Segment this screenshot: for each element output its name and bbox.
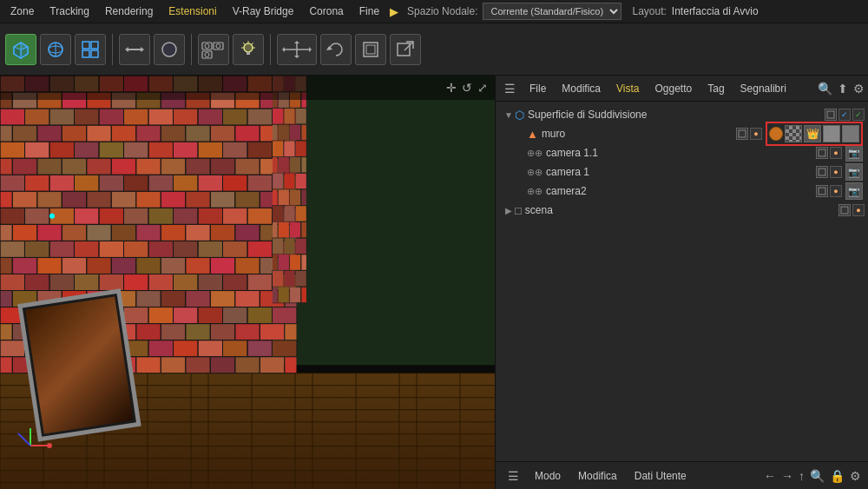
viewport-toolbar: ✛ ↺ ⤢ [0,76,495,100]
menu-tracking[interactable]: Tracking [43,3,96,20]
toolbar-lamp-btn[interactable] [233,34,264,65]
nav-forward-icon[interactable]: → [781,469,793,483]
svg-line-27 [252,43,253,44]
bottom-panel: ☰ Modo Modifica Dati Utente ← → ↑ 🔍 🔒 ⚙ [496,461,868,489]
toolbar-move-btn[interactable] [277,34,317,65]
svg-marker-3 [14,47,21,58]
menu-vray-bridge[interactable]: V-Ray Bridge [226,3,301,20]
maximize-icon [361,40,380,59]
muro-thumb-crown[interactable]: 👑 [804,125,821,142]
svg-rect-8 [91,42,98,49]
camera2-thumb[interactable]: 📷 [845,182,863,200]
filter-icon[interactable]: ⬆ [838,82,848,96]
toolbar [0,23,868,76]
maximize2-icon[interactable]: ⤢ [477,81,488,95]
muro-thumb-orange[interactable] [769,127,783,141]
camera11-thumb[interactable]: 📷 [845,144,863,162]
scena-expand[interactable]: ▶ [503,206,515,215]
svg-rect-42 [819,169,825,175]
svg-point-16 [205,43,209,48]
subdiv-expand[interactable]: ▼ [503,110,515,120]
toolbar-sep-1 [112,34,113,65]
menu-corona[interactable]: Corona [302,3,350,20]
bottom-hamburger-icon[interactable]: ☰ [503,469,524,483]
toolbar-boxgrid-btn[interactable] [75,34,106,65]
svg-rect-43 [819,188,825,195]
hamburger-icon[interactable]: ☰ [499,82,521,96]
config-icon[interactable]: ⚙ [853,82,865,96]
bottom-menu-modo[interactable]: Modo [528,468,568,484]
toolbar-rotate-btn[interactable] [320,34,352,65]
nav-search-icon[interactable]: 🔍 [810,469,825,483]
svg-rect-44 [841,207,848,214]
spazio-nodale-select[interactable]: Corrente (Standard/Fisico) [483,3,621,20]
top-menubar: Zone Tracking Rendering Estensioni V-Ray… [0,0,868,23]
subdiv-check-3[interactable]: ✓ [852,109,865,121]
scena-check-2[interactable]: ● [852,204,865,216]
muro-check-2[interactable]: ● [750,128,762,140]
toolbar-cube-btn[interactable] [5,34,36,65]
muro-thumb-checker[interactable] [785,125,802,142]
tree-row-camera11[interactable]: ⊕⊕ camera 1.1 ● 📷 [496,143,868,162]
camera1-label: camera 1 [546,166,816,178]
nav-up-icon[interactable]: ↑ [799,469,805,483]
rotate-reset2-icon[interactable]: ↺ [462,81,472,95]
toolbar-camera-multi-btn[interactable] [198,34,229,65]
right-menu-segnalibri[interactable]: Segnalibri [733,80,793,97]
search-icon[interactable]: 🔍 [818,82,832,96]
muro-checks: ● [736,128,762,140]
tree-row-camera2[interactable]: ⊕⊕ camera2 ● 📷 [496,182,868,201]
muro-label: muro [542,128,736,140]
muro-thumb-grey1[interactable] [823,125,840,142]
nav-settings-icon[interactable]: ⚙ [850,469,861,483]
viewport[interactable]: ✛ ↺ ⤢ [0,76,495,489]
tree-row-scena[interactable]: ▶ □ scena ● [496,201,868,220]
camera1-thumb[interactable]: 📷 [845,163,863,181]
toolbar-circle-btn[interactable] [154,34,185,65]
svg-rect-10 [91,50,98,57]
bottom-menu-dati[interactable]: Dati Utente [628,468,694,484]
right-menu-vista[interactable]: Vista [609,80,646,97]
svg-rect-39 [827,111,834,118]
muro-check-1[interactable] [736,128,748,140]
rotate-reset-icon [326,40,345,59]
bottom-menu-modifica[interactable]: Modifica [571,468,624,484]
camera11-check-2[interactable]: ● [830,147,842,159]
move4-icon[interactable]: ✛ [446,81,457,95]
layout-value: Interfaccia di Avvio [672,5,759,17]
right-panel: ☰ File Modifica Vista Oggetto Tag Segnal… [495,76,868,489]
camera1-check-1[interactable] [816,166,828,178]
menu-rendering[interactable]: Rendering [98,3,160,20]
menu-zone[interactable]: Zone [3,3,41,20]
tree-row-camera1[interactable]: ⊕⊕ camera 1 ● 📷 [496,162,868,182]
scena-check-1[interactable] [838,204,851,216]
toolbar-arrow-expand-btn[interactable] [119,34,150,65]
right-menu-oggetto[interactable]: Oggetto [648,80,700,97]
camera2-check-1[interactable] [816,185,828,197]
nav-lock-icon[interactable]: 🔒 [830,469,845,483]
svg-marker-30 [294,56,299,58]
right-menu-tag[interactable]: Tag [700,80,731,97]
right-menu-file[interactable]: File [523,80,553,97]
right-menu-modifica[interactable]: Modifica [555,80,608,97]
main-area: ✛ ↺ ⤢ ☰ File Modifica Vista Oggetto Tag … [0,76,868,489]
camera2-check-2[interactable]: ● [830,185,842,197]
toolbar-maximize-btn[interactable] [355,34,386,65]
muro-triangle-icon: ▲ [527,128,538,141]
toolbar-sep-2 [191,34,192,65]
svg-marker-34 [326,46,332,50]
subdiv-check-2[interactable]: ✓ [838,109,851,121]
toolbar-squareout-btn[interactable] [390,34,421,65]
menu-fine[interactable]: Fine [352,3,386,20]
camera1-check-2[interactable]: ● [830,166,842,178]
menu-estensioni[interactable]: Estensioni [161,3,223,20]
camera1-checks: ● [816,166,842,178]
subdiv-check-1[interactable] [825,109,837,121]
svg-marker-12 [141,47,144,52]
camera11-check-1[interactable] [816,147,828,159]
nav-back-icon[interactable]: ← [764,469,776,483]
muro-thumb-grey2[interactable] [842,125,859,142]
square-out-icon [396,40,415,59]
tree-row-muro[interactable]: ▲ muro ● 👑 [496,124,868,143]
toolbar-sphere-btn[interactable] [40,34,71,65]
